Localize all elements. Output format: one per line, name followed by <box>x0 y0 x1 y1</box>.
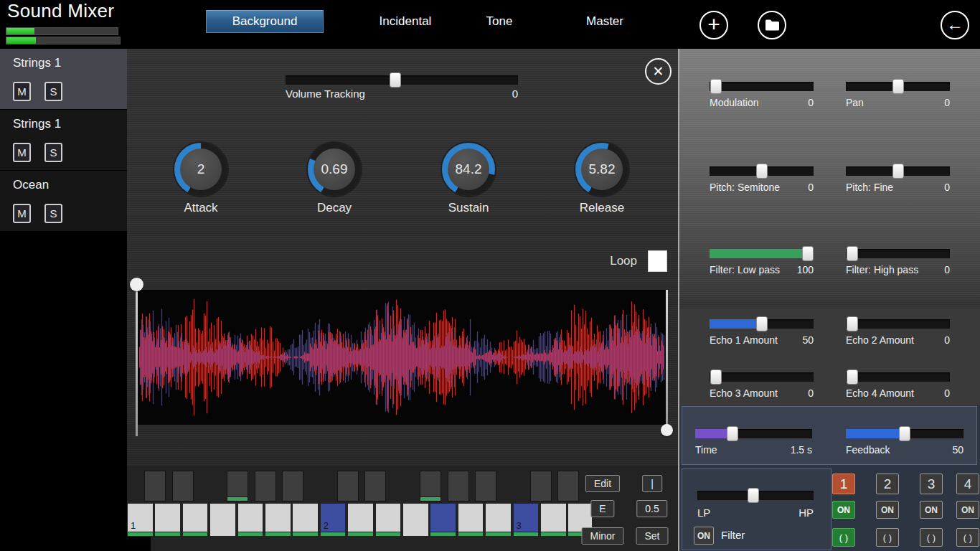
echo-3-paren-button[interactable]: ( ) <box>920 528 943 547</box>
wave-end-handle[interactable] <box>661 424 673 436</box>
knob-sustain[interactable]: 84.2 <box>442 143 495 196</box>
slider-filter-high-pass[interactable]: Filter: High pass0 <box>846 249 950 278</box>
track-item-ocean-3[interactable]: OceanMS <box>0 171 127 231</box>
slider-modulation-track[interactable] <box>710 82 814 91</box>
white-key-5[interactable] <box>238 504 263 536</box>
black-key-after-12[interactable] <box>448 471 469 501</box>
slider-filter-high-pass-thumb[interactable] <box>847 246 858 261</box>
close-button[interactable]: ✕ <box>645 58 672 85</box>
tab-incidental[interactable]: Incidental <box>380 14 432 29</box>
slider-filter-high-pass-track[interactable] <box>846 249 950 258</box>
white-key-12[interactable] <box>430 504 456 536</box>
black-key-after-16[interactable] <box>557 471 579 501</box>
edit-button[interactable]: Edit <box>585 475 620 492</box>
echo-4-paren-button[interactable]: ( ) <box>956 528 979 547</box>
slider-feedback-thumb[interactable] <box>899 426 910 441</box>
slider-feedback[interactable]: Feedback50 <box>846 429 963 458</box>
knob-attack[interactable]: 2 <box>174 143 227 196</box>
mute-button[interactable]: M <box>13 82 31 101</box>
white-key-4[interactable] <box>210 504 235 536</box>
black-key-after-11[interactable] <box>420 471 441 501</box>
mute-button[interactable]: M <box>13 143 31 162</box>
set-button[interactable]: Set <box>636 527 668 545</box>
echo-2-button[interactable]: 2 <box>876 474 899 494</box>
slider-time-thumb[interactable] <box>727 426 738 441</box>
white-key-13[interactable] <box>458 504 484 536</box>
slider-filter-low-pass-thumb[interactable] <box>802 246 814 261</box>
tab-background[interactable]: Background <box>206 10 324 33</box>
echo-1-paren-button[interactable]: ( ) <box>832 528 855 547</box>
black-key-after-8[interactable] <box>337 471 359 501</box>
echo-2-paren-button[interactable]: ( ) <box>876 528 899 547</box>
white-key-3[interactable] <box>183 504 208 536</box>
black-key-after-2[interactable] <box>172 471 194 501</box>
slider-echo-4-amount-thumb[interactable] <box>847 369 858 385</box>
solo-button[interactable]: S <box>44 82 62 101</box>
echo-4-button[interactable]: 4 <box>956 474 979 494</box>
slider-time[interactable]: Time1.5 s <box>695 429 812 458</box>
slider-echo-3-amount[interactable]: Echo 3 Amount0 <box>710 372 814 401</box>
slider-feedback-track[interactable] <box>846 429 963 438</box>
knob-decay[interactable]: 0.69 <box>308 143 361 196</box>
white-key-16[interactable] <box>541 504 566 536</box>
white-key-11[interactable] <box>403 504 428 536</box>
tab-tone[interactable]: Tone <box>486 14 513 29</box>
white-key-15[interactable]: 3 <box>514 504 539 536</box>
echo-3-button[interactable]: 3 <box>920 474 943 494</box>
slider-echo-1-amount-thumb[interactable] <box>756 316 768 331</box>
slider-echo-1-amount-track[interactable] <box>710 319 814 329</box>
slider-filter-low-pass-track[interactable] <box>710 249 814 258</box>
open-button[interactable] <box>758 11 786 39</box>
slider-pitch-semitone-thumb[interactable] <box>756 164 768 179</box>
black-key-after-15[interactable] <box>530 471 552 501</box>
solo-button[interactable]: S <box>44 204 62 223</box>
add-button[interactable]: + <box>699 11 728 39</box>
black-key-after-1[interactable] <box>144 471 166 501</box>
slider-pan-thumb[interactable] <box>892 79 904 94</box>
track-item-strings-1-1[interactable]: Strings 1MS <box>0 49 127 109</box>
white-key-8[interactable]: 2 <box>321 504 346 536</box>
volume-tracking-thumb[interactable] <box>390 72 401 88</box>
black-key-after-13[interactable] <box>475 471 496 501</box>
slider-pitch-semitone[interactable]: Pitch: Semitone0 <box>710 166 814 195</box>
slider-modulation[interactable]: Modulation0 <box>710 82 814 110</box>
slider-pitch-fine-thumb[interactable] <box>892 164 904 179</box>
slider-time-track[interactable] <box>695 429 812 438</box>
white-key-7[interactable] <box>293 504 318 536</box>
loop-checkbox[interactable] <box>648 250 667 272</box>
slider-pan[interactable]: Pan0 <box>846 82 950 110</box>
white-key-9[interactable] <box>348 504 373 536</box>
mute-button[interactable]: M <box>13 204 31 223</box>
slider-modulation-thumb[interactable] <box>710 79 722 94</box>
white-key-10[interactable] <box>376 504 401 536</box>
slider-pitch-semitone-track[interactable] <box>710 166 814 176</box>
echo-2-on-button[interactable]: ON <box>876 501 899 519</box>
slider-echo-1-amount[interactable]: Echo 1 Amount50 <box>710 319 814 348</box>
white-key-1[interactable]: 1 <box>128 504 153 536</box>
filter-on-button[interactable]: ON <box>694 527 714 545</box>
slider-echo-2-amount-track[interactable] <box>846 319 950 329</box>
echo-1-on-button[interactable]: ON <box>832 501 855 519</box>
black-key-after-5[interactable] <box>255 471 276 501</box>
track-item-strings-1-2[interactable]: Strings 1MS <box>0 110 127 170</box>
slider-pitch-fine-track[interactable] <box>846 166 950 176</box>
echo-1-button[interactable]: 1 <box>832 474 855 494</box>
key-e-button[interactable]: E <box>590 500 614 517</box>
slider-echo-2-amount-thumb[interactable] <box>847 316 858 331</box>
white-key-2[interactable] <box>155 504 180 536</box>
solo-button[interactable]: S <box>44 143 62 162</box>
slider-pan-track[interactable] <box>846 82 950 91</box>
minor-button[interactable]: Minor <box>581 527 623 545</box>
lp-hp-slider[interactable] <box>697 491 814 500</box>
white-key-6[interactable] <box>265 504 291 536</box>
slider-echo-4-amount-track[interactable] <box>846 372 950 382</box>
black-key-after-6[interactable] <box>282 471 303 501</box>
slider-filter-low-pass[interactable]: Filter: Low pass100 <box>710 249 814 278</box>
slider-echo-4-amount[interactable]: Echo 4 Amount0 <box>846 372 950 401</box>
black-key-after-9[interactable] <box>364 471 386 501</box>
slider-pitch-fine[interactable]: Pitch: Fine0 <box>846 166 950 195</box>
tab-master[interactable]: Master <box>586 14 623 29</box>
lp-hp-thumb[interactable] <box>748 488 759 503</box>
slider-echo-3-amount-track[interactable] <box>710 372 814 382</box>
back-button[interactable]: ← <box>941 11 969 39</box>
